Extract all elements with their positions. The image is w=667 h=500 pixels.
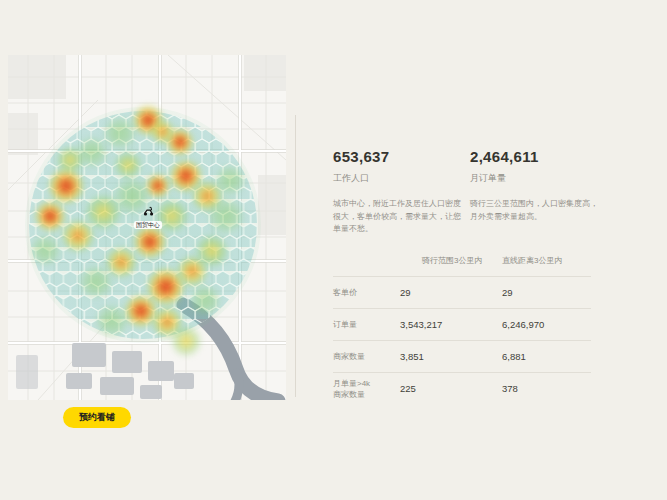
cell-value: 29	[400, 287, 502, 298]
table-header-row: 骑行范围3公里内 直线距离3公里内	[333, 244, 591, 276]
cell-value: 3,543,217	[400, 319, 502, 330]
heat-blob	[62, 220, 93, 251]
heat-blob	[78, 138, 107, 167]
cell-value: 29	[502, 287, 591, 298]
stat-value: 2,464,611	[470, 148, 600, 165]
heat-blob	[80, 266, 111, 297]
stat-label: 工作人口	[333, 172, 463, 185]
heat-blob	[57, 147, 83, 173]
heat-blob	[209, 199, 243, 233]
table-row: 月单量>4k 商家数量 225 378	[333, 372, 591, 404]
heat-blob	[31, 236, 60, 265]
metrics-table: 骑行范围3公里内 直线距离3公里内 客单价 29 29 订单量 3,543,21…	[333, 244, 591, 404]
heat-blob	[196, 235, 227, 266]
row-label: 月单量>4k 商家数量	[333, 378, 400, 400]
heat-blob	[167, 129, 193, 155]
heat-blob	[36, 202, 65, 231]
heat-blob	[49, 169, 83, 203]
heat-blob	[96, 305, 127, 336]
table-row: 客单价 29 29	[333, 276, 591, 308]
stat-description: 骑行三公里范围内，人口密集度高，月外卖需求量超高。	[470, 198, 600, 223]
table-row: 订单量 3,543,217 6,246,970	[333, 308, 591, 340]
heat-blob	[134, 226, 165, 257]
heat-blob	[146, 174, 169, 197]
column-header: 直线距离3公里内	[502, 255, 591, 266]
stat-label: 月订单量	[470, 172, 600, 185]
heat-blob	[216, 166, 245, 195]
cell-value: 378	[502, 383, 591, 394]
heat-blob	[172, 327, 201, 356]
book-viewing-button[interactable]: 预约看铺	[63, 407, 131, 428]
cell-value: 6,881	[502, 351, 591, 362]
vertical-divider	[295, 115, 296, 397]
heat-blob	[134, 106, 163, 135]
column-header: 骑行范围3公里内	[400, 255, 502, 266]
heat-blob	[104, 117, 135, 148]
row-label: 客单价	[333, 287, 400, 298]
cell-value: 3,851	[400, 351, 502, 362]
heat-blob	[115, 152, 141, 178]
heat-blob	[170, 160, 201, 191]
heat-blob	[125, 295, 156, 326]
row-label: 商家数量	[333, 351, 400, 362]
row-label: 订单量	[333, 319, 400, 330]
heat-blob	[148, 269, 184, 305]
cell-value: 6,246,970	[502, 319, 591, 330]
stat-monthly-orders: 2,464,611 月订单量 骑行三公里范围内，人口密集度高，月外卖需求量超高。	[470, 148, 600, 223]
heat-blob	[178, 257, 207, 286]
heat-blob	[107, 248, 136, 277]
stat-description: 城市中心，附近工作及居住人口密度很大，客单价较高，需求量大，让您单量不愁。	[333, 198, 463, 236]
heat-blob	[193, 182, 222, 211]
store-marker-label: 国贸中心	[134, 221, 162, 229]
heat-blob	[86, 195, 120, 229]
heat-blob	[153, 308, 182, 337]
cell-value: 225	[400, 383, 502, 394]
scooter-icon	[143, 206, 154, 216]
table-row: 商家数量 3,851 6,881	[333, 340, 591, 372]
store-marker[interactable]: 国贸中心	[134, 202, 162, 229]
row-label-line1: 月单量>4k	[333, 378, 400, 389]
map[interactable]: 国贸中心	[8, 55, 286, 400]
stat-value: 653,637	[333, 148, 463, 165]
page: { "map": { "marker_label": "国贸中心" }, "st…	[0, 0, 667, 500]
heat-blob	[151, 120, 174, 143]
heat-blob	[191, 286, 220, 315]
row-label-line2: 商家数量	[333, 389, 400, 400]
stat-working-population: 653,637 工作人口 城市中心，附近工作及居住人口密度很大，客单价较高，需求…	[333, 148, 463, 236]
